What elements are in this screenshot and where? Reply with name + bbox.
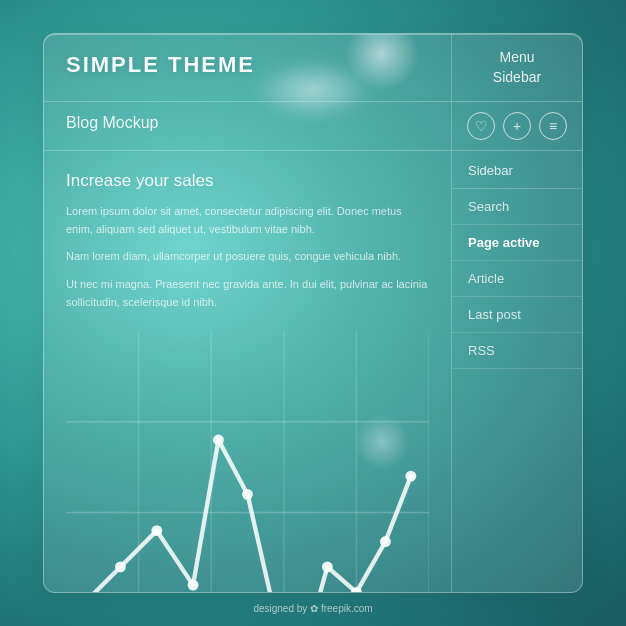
sidebar-item-article[interactable]: Article bbox=[452, 261, 582, 297]
header-row: SIMPLE THEME Menu Sidebar bbox=[44, 34, 582, 102]
header-title-area: SIMPLE THEME bbox=[44, 34, 452, 101]
glass-container: SIMPLE THEME Menu Sidebar Blog Mockup ♡ … bbox=[43, 33, 583, 593]
menu-sidebar-label[interactable]: Menu Sidebar bbox=[493, 48, 541, 87]
plus-icon[interactable]: + bbox=[503, 112, 531, 140]
sidebar-item-last-post[interactable]: Last post bbox=[452, 297, 582, 333]
svg-point-11 bbox=[151, 525, 162, 536]
sidebar-item-page-active[interactable]: Page active bbox=[452, 225, 582, 261]
sidebar-item-rss[interactable]: RSS bbox=[452, 333, 582, 369]
freepik-footer: designed by ✿ freepik.com bbox=[43, 603, 583, 614]
svg-point-13 bbox=[213, 435, 224, 446]
svg-point-19 bbox=[380, 536, 391, 547]
menu-icon[interactable]: ≡ bbox=[539, 112, 567, 140]
content-row: Increase your sales Lorem ipsum dolor si… bbox=[44, 151, 582, 592]
page-wrapper: SIMPLE THEME Menu Sidebar Blog Mockup ♡ … bbox=[43, 33, 583, 593]
svg-point-20 bbox=[405, 471, 416, 482]
paragraph-1: Lorem ipsum dolor sit amet, consectetur … bbox=[66, 203, 429, 238]
paragraph-3: Ut nec mi magna. Praesent nec gravida an… bbox=[66, 276, 429, 311]
main-content: Increase your sales Lorem ipsum dolor si… bbox=[44, 151, 452, 592]
svg-point-14 bbox=[242, 489, 253, 500]
blog-icons-area: ♡ + ≡ bbox=[452, 102, 582, 150]
chart-area bbox=[66, 331, 429, 572]
paragraph-2: Nam lorem diam, ullamcorper ut posuere q… bbox=[66, 248, 429, 266]
sidebar-header: Sidebar bbox=[452, 151, 582, 189]
sidebar-item-search[interactable]: Search bbox=[452, 189, 582, 225]
blog-title-area: Blog Mockup bbox=[44, 102, 452, 150]
sidebar: Sidebar Search Page active Article Last … bbox=[452, 151, 582, 592]
article-heading: Increase your sales bbox=[66, 171, 429, 191]
heart-icon[interactable]: ♡ bbox=[467, 112, 495, 140]
svg-point-10 bbox=[115, 562, 126, 573]
blog-title: Blog Mockup bbox=[66, 114, 429, 132]
blog-row: Blog Mockup ♡ + ≡ bbox=[44, 102, 582, 151]
svg-point-17 bbox=[322, 562, 333, 573]
line-chart bbox=[66, 331, 429, 593]
svg-point-12 bbox=[188, 580, 199, 591]
header-menu-area: Menu Sidebar bbox=[452, 34, 582, 101]
site-title: SIMPLE THEME bbox=[66, 52, 429, 78]
